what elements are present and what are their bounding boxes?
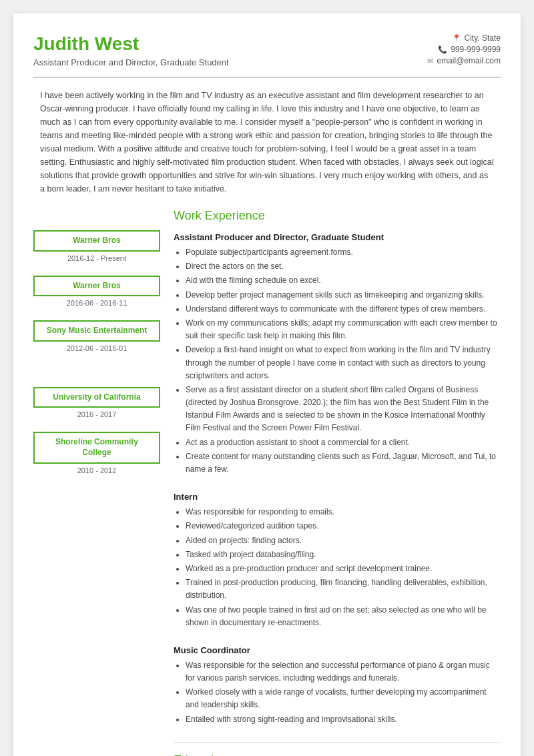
phone-text: 999-999-9999 [451,45,501,54]
list-item: Aided on projects: finding actors. [186,534,501,547]
list-item: Reviewed/categorized audition tapes. [186,520,501,532]
left-column: Warner Bros 2016-12 - Present Warner Bro… [33,209,167,756]
job3-title: Music Coordinator [174,645,501,655]
list-item: Worked closely with a wide range of voca… [186,686,501,711]
resume-container: Judith West Assistant Producer and Direc… [13,13,521,756]
list-item: Understand different ways to communicate… [186,303,501,316]
location-text: City, State [465,33,501,43]
edu-badge-1: University of California [33,387,160,408]
list-item: Worked as a pre-production producer and … [186,562,501,575]
list-item: Entailed with strong sight-reading and i… [186,713,501,726]
job1-date: 2016-12 - Present [33,254,160,262]
job1-bullets: Populate subject/participants agreement … [174,246,501,476]
job1-left: Warner Bros 2016-12 - Present [33,230,160,262]
job-entry-3: Music Coordinator Was responsible for th… [174,645,501,726]
right-column: Work Experience Assistant Producer and D… [167,209,501,756]
list-item: Develop a first-hand insight on what to … [186,344,501,382]
list-item: Was responsible for the selection and su… [186,659,501,685]
contact-location: 📍 City, State [427,33,501,43]
job-entry-1: Assistant Producer and Director, Graduat… [174,232,501,476]
list-item: Serve as a first assistant director on a… [186,384,501,435]
list-item: Direct the actors on the set. [186,260,501,273]
list-item: Trained in post-production producing, fi… [186,577,501,602]
edu-section-spacer [33,366,160,387]
section-divider [174,742,501,743]
job3-bullets: Was responsible for the selection and su… [174,659,501,726]
header-right: 📍 City, State 📞 999-999-9999 ✉ email@ema… [427,33,501,67]
list-item: Create content for many outstanding clie… [186,450,501,476]
list-item: Develop better project management skills… [186,289,501,302]
job3-left: Sony Music Entertainment 2012-06 - 2015-… [33,320,160,352]
company-badge-2: Warner Bros [33,276,160,297]
summary-section: I have been actively working in the film… [33,89,501,196]
candidate-subtitle: Assistant Producer and Director, Graduat… [33,57,229,67]
job2-date: 2016-06 - 2016-11 [33,299,160,307]
header-left: Judith West Assistant Producer and Direc… [33,33,229,67]
edu-section-title: Education [174,753,501,756]
job1-title: Assistant Producer and Director, Graduat… [174,232,501,242]
location-icon: 📍 [452,34,461,43]
list-item: Act as a production assistant to shoot a… [186,436,501,449]
edu1-date: 2016 - 2017 [33,410,160,418]
work-section-title: Work Experience [174,209,501,224]
list-item: Tasked with project databasing/filing. [186,548,501,561]
email-icon: ✉ [427,57,433,65]
header-section: Judith West Assistant Producer and Direc… [33,33,501,78]
main-content: Warner Bros 2016-12 - Present Warner Bro… [33,209,501,756]
phone-icon: 📞 [438,45,447,54]
job2-bullets: Was responsible for responding to emails… [174,506,501,629]
work-section-spacer [33,209,160,230]
list-item: Was responsible for responding to emails… [186,506,501,518]
edu2-date: 2010 - 2012 [33,466,160,474]
list-item: Work on my communications skills; adapt … [186,317,501,342]
list-item: Aid with the filming schedule on excel. [186,274,501,287]
job2-title: Intern [174,492,501,502]
edu2-left: Shoreline Community College 2010 - 2012 [33,432,160,474]
candidate-name: Judith West [33,33,229,55]
list-item: Was one of two people trained in first a… [186,604,501,629]
contact-phone: 📞 999-999-9999 [427,45,501,54]
company-badge-3: Sony Music Entertainment [33,320,160,342]
company-badge-1: Warner Bros [33,230,160,252]
job3-date: 2012-06 - 2015-01 [33,344,160,352]
job2-left: Warner Bros 2016-06 - 2016-11 [33,276,160,308]
job-entry-2: Intern Was responsible for responding to… [174,492,501,629]
edu1-left: University of California 2016 - 2017 [33,387,160,419]
contact-email: ✉ email@email.com [427,56,501,65]
edu-badge-2: Shoreline Community College [33,432,160,463]
email-text: email@email.com [437,56,501,65]
list-item: Populate subject/participants agreement … [186,246,501,259]
